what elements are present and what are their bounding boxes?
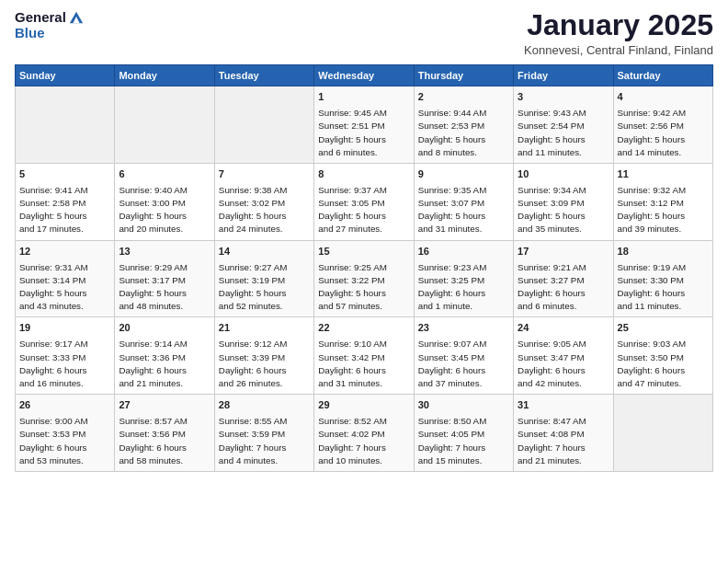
calendar-cell [214,86,313,164]
calendar-week-4: 19Sunrise: 9:17 AM Sunset: 3:33 PM Dayli… [16,317,713,395]
calendar-cell: 30Sunrise: 8:50 AM Sunset: 4:05 PM Dayli… [414,395,513,472]
col-header-thursday: Thursday [414,65,513,86]
calendar-cell: 19Sunrise: 9:17 AM Sunset: 3:33 PM Dayli… [16,317,115,395]
day-detail: Sunrise: 9:00 AM Sunset: 3:53 PM Dayligh… [19,415,110,467]
day-number: 9 [418,167,509,182]
day-detail: Sunrise: 9:44 AM Sunset: 2:53 PM Dayligh… [418,107,509,159]
day-number: 13 [119,245,210,259]
day-number: 6 [119,167,210,182]
col-header-saturday: Saturday [613,65,712,86]
day-number: 26 [19,398,110,413]
day-detail: Sunrise: 9:37 AM Sunset: 3:05 PM Dayligh… [318,184,409,236]
col-header-wednesday: Wednesday [314,65,414,86]
day-number: 25 [618,321,709,336]
calendar-cell: 7Sunrise: 9:38 AM Sunset: 3:02 PM Daylig… [214,163,313,240]
day-detail: Sunrise: 9:45 AM Sunset: 2:51 PM Dayligh… [318,107,409,159]
day-number: 17 [518,245,609,259]
calendar-cell: 4Sunrise: 9:42 AM Sunset: 2:56 PM Daylig… [613,86,712,164]
calendar-week-1: 1Sunrise: 9:45 AM Sunset: 2:51 PM Daylig… [16,86,713,164]
calendar-cell: 31Sunrise: 8:47 AM Sunset: 4:08 PM Dayli… [514,395,613,472]
calendar-cell: 23Sunrise: 9:07 AM Sunset: 3:45 PM Dayli… [414,317,513,395]
day-detail: Sunrise: 9:07 AM Sunset: 3:45 PM Dayligh… [418,338,509,390]
day-detail: Sunrise: 9:21 AM Sunset: 3:27 PM Dayligh… [518,261,609,314]
day-detail: Sunrise: 9:31 AM Sunset: 3:14 PM Dayligh… [19,261,110,314]
day-detail: Sunrise: 8:52 AM Sunset: 4:02 PM Dayligh… [318,415,409,467]
day-detail: Sunrise: 9:03 AM Sunset: 3:50 PM Dayligh… [618,338,709,390]
calendar-cell: 18Sunrise: 9:19 AM Sunset: 3:30 PM Dayli… [613,240,712,317]
day-number: 11 [618,167,709,182]
logo-icon [68,9,85,26]
calendar-cell: 24Sunrise: 9:05 AM Sunset: 3:47 PM Dayli… [514,317,613,395]
day-number: 14 [219,245,310,259]
title-month: January 2025 [524,9,713,41]
day-detail: Sunrise: 9:38 AM Sunset: 3:02 PM Dayligh… [219,184,310,236]
day-number: 27 [119,398,210,413]
calendar-week-3: 12Sunrise: 9:31 AM Sunset: 3:14 PM Dayli… [16,240,713,317]
day-detail: Sunrise: 9:41 AM Sunset: 2:58 PM Dayligh… [19,184,110,236]
day-number: 15 [318,245,409,259]
day-number: 18 [618,245,709,259]
day-detail: Sunrise: 8:47 AM Sunset: 4:08 PM Dayligh… [518,415,609,467]
calendar-cell: 16Sunrise: 9:23 AM Sunset: 3:25 PM Dayli… [414,240,513,317]
calendar-cell: 14Sunrise: 9:27 AM Sunset: 3:19 PM Dayli… [214,240,313,317]
col-header-sunday: Sunday [16,65,115,86]
day-number: 28 [219,398,310,413]
day-detail: Sunrise: 9:05 AM Sunset: 3:47 PM Dayligh… [518,338,609,390]
calendar-cell: 9Sunrise: 9:35 AM Sunset: 3:07 PM Daylig… [414,163,513,240]
col-header-monday: Monday [115,65,214,86]
calendar-week-5: 26Sunrise: 9:00 AM Sunset: 3:53 PM Dayli… [16,395,713,472]
day-number: 20 [119,321,210,336]
calendar-cell: 28Sunrise: 8:55 AM Sunset: 3:59 PM Dayli… [214,395,313,472]
day-number: 4 [618,90,709,105]
day-detail: Sunrise: 9:12 AM Sunset: 3:39 PM Dayligh… [219,338,310,390]
day-detail: Sunrise: 9:10 AM Sunset: 3:42 PM Dayligh… [318,338,409,390]
calendar-cell: 15Sunrise: 9:25 AM Sunset: 3:22 PM Dayli… [314,240,414,317]
day-detail: Sunrise: 9:43 AM Sunset: 2:54 PM Dayligh… [518,107,609,159]
day-detail: Sunrise: 9:35 AM Sunset: 3:07 PM Dayligh… [418,184,509,236]
day-number: 8 [318,167,409,182]
day-number: 7 [219,167,310,182]
day-number: 22 [318,321,409,336]
day-number: 19 [19,321,110,336]
day-detail: Sunrise: 9:27 AM Sunset: 3:19 PM Dayligh… [219,261,310,314]
calendar-cell: 5Sunrise: 9:41 AM Sunset: 2:58 PM Daylig… [16,163,115,240]
day-number: 2 [418,90,509,105]
logo: General Blue [15,9,85,41]
calendar-cell: 8Sunrise: 9:37 AM Sunset: 3:05 PM Daylig… [314,163,414,240]
calendar-cell [115,86,214,164]
calendar-week-2: 5Sunrise: 9:41 AM Sunset: 2:58 PM Daylig… [16,163,713,240]
day-number: 21 [219,321,310,336]
calendar-table: SundayMondayTuesdayWednesdayThursdayFrid… [15,64,713,472]
calendar-cell: 12Sunrise: 9:31 AM Sunset: 3:14 PM Dayli… [16,240,115,317]
calendar-cell: 1Sunrise: 9:45 AM Sunset: 2:51 PM Daylig… [314,86,414,164]
title-location: Konnevesi, Central Finland, Finland [524,43,713,57]
day-detail: Sunrise: 9:23 AM Sunset: 3:25 PM Dayligh… [418,261,509,314]
day-detail: Sunrise: 8:50 AM Sunset: 4:05 PM Dayligh… [418,415,509,467]
calendar-cell: 2Sunrise: 9:44 AM Sunset: 2:53 PM Daylig… [414,86,513,164]
calendar-cell: 22Sunrise: 9:10 AM Sunset: 3:42 PM Dayli… [314,317,414,395]
day-detail: Sunrise: 9:17 AM Sunset: 3:33 PM Dayligh… [19,338,110,390]
calendar-cell: 27Sunrise: 8:57 AM Sunset: 3:56 PM Dayli… [115,395,214,472]
calendar-cell: 6Sunrise: 9:40 AM Sunset: 3:00 PM Daylig… [115,163,214,240]
day-number: 1 [318,90,409,105]
calendar-cell: 3Sunrise: 9:43 AM Sunset: 2:54 PM Daylig… [514,86,613,164]
calendar-cell: 25Sunrise: 9:03 AM Sunset: 3:50 PM Dayli… [613,317,712,395]
day-number: 12 [19,245,110,259]
day-number: 30 [418,398,509,413]
day-number: 16 [418,245,509,259]
day-detail: Sunrise: 9:19 AM Sunset: 3:30 PM Dayligh… [618,261,709,314]
day-number: 23 [418,321,509,336]
logo-general: General [15,10,66,26]
day-number: 31 [518,398,609,413]
day-detail: Sunrise: 9:34 AM Sunset: 3:09 PM Dayligh… [518,184,609,236]
day-detail: Sunrise: 8:55 AM Sunset: 3:59 PM Dayligh… [219,415,310,467]
calendar-cell: 20Sunrise: 9:14 AM Sunset: 3:36 PM Dayli… [115,317,214,395]
day-detail: Sunrise: 9:32 AM Sunset: 3:12 PM Dayligh… [618,184,709,236]
page: General Blue January 2025 Konnevesi, Cen… [0,0,728,563]
calendar-header-row: SundayMondayTuesdayWednesdayThursdayFrid… [16,65,713,86]
calendar-cell: 13Sunrise: 9:29 AM Sunset: 3:17 PM Dayli… [115,240,214,317]
header: General Blue January 2025 Konnevesi, Cen… [15,9,713,57]
day-number: 3 [518,90,609,105]
day-detail: Sunrise: 9:25 AM Sunset: 3:22 PM Dayligh… [318,261,409,314]
day-number: 5 [19,167,110,182]
